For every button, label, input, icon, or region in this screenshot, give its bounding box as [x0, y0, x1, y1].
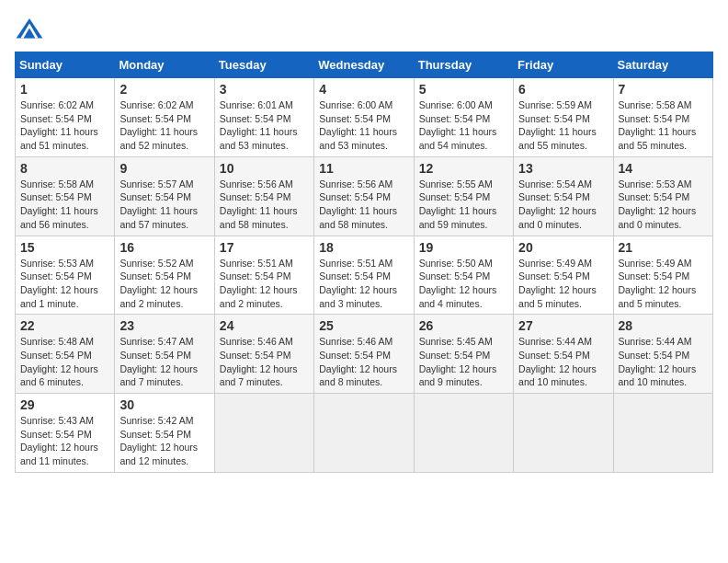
col-header-saturday: Saturday — [613, 52, 712, 78]
calendar-cell: 14Sunrise: 5:53 AMSunset: 5:54 PMDayligh… — [613, 156, 712, 236]
day-info: Sunrise: 5:44 AMSunset: 5:54 PMDaylight:… — [518, 335, 608, 389]
calendar-cell: 2Sunrise: 6:02 AMSunset: 5:54 PMDaylight… — [115, 78, 214, 157]
week-row: 29Sunrise: 5:43 AMSunset: 5:54 PMDayligh… — [16, 394, 713, 473]
day-info: Sunrise: 5:48 AMSunset: 5:54 PMDaylight:… — [20, 335, 109, 389]
calendar-cell: 5Sunrise: 6:00 AMSunset: 5:54 PMDaylight… — [414, 78, 513, 157]
day-info: Sunrise: 5:44 AMSunset: 5:54 PMDaylight:… — [619, 335, 708, 389]
calendar-cell: 15Sunrise: 5:53 AMSunset: 5:54 PMDayligh… — [16, 236, 115, 315]
day-info: Sunrise: 6:00 AMSunset: 5:54 PMDaylight:… — [319, 98, 408, 153]
calendar-table: SundayMondayTuesdayWednesdayThursdayFrid… — [15, 52, 713, 473]
calendar-cell: 28Sunrise: 5:44 AMSunset: 5:54 PMDayligh… — [613, 315, 712, 394]
week-row: 8Sunrise: 5:58 AMSunset: 5:54 PMDaylight… — [16, 156, 713, 236]
day-number: 24 — [220, 318, 309, 333]
day-info: Sunrise: 5:55 AMSunset: 5:54 PMDaylight:… — [419, 178, 508, 232]
day-number: 7 — [619, 82, 708, 97]
col-header-tuesday: Tuesday — [214, 52, 313, 78]
day-number: 14 — [619, 161, 708, 176]
day-number: 12 — [419, 161, 508, 176]
day-info: Sunrise: 5:58 AMSunset: 5:54 PMDaylight:… — [20, 178, 109, 232]
day-info: Sunrise: 5:49 AMSunset: 5:54 PMDaylight:… — [518, 257, 608, 311]
calendar-cell: 27Sunrise: 5:44 AMSunset: 5:54 PMDayligh… — [514, 315, 613, 394]
day-info: Sunrise: 5:53 AMSunset: 5:54 PMDaylight:… — [20, 257, 109, 311]
calendar-cell: 19Sunrise: 5:50 AMSunset: 5:54 PMDayligh… — [414, 236, 513, 315]
day-info: Sunrise: 5:43 AMSunset: 5:54 PMDaylight:… — [20, 414, 109, 468]
header-row: SundayMondayTuesdayWednesdayThursdayFrid… — [16, 52, 713, 78]
calendar-cell: 4Sunrise: 6:00 AMSunset: 5:54 PMDaylight… — [314, 78, 414, 157]
col-header-friday: Friday — [514, 52, 613, 78]
day-number: 28 — [619, 318, 708, 333]
day-number: 2 — [119, 82, 209, 97]
col-header-thursday: Thursday — [414, 52, 513, 78]
day-number: 21 — [619, 240, 708, 255]
calendar-cell: 29Sunrise: 5:43 AMSunset: 5:54 PMDayligh… — [16, 394, 115, 473]
calendar-cell — [514, 394, 613, 473]
day-number: 29 — [20, 397, 109, 412]
day-number: 26 — [419, 318, 508, 333]
day-number: 1 — [20, 82, 109, 97]
day-number: 8 — [20, 161, 109, 176]
day-number: 25 — [319, 318, 408, 333]
calendar-cell: 21Sunrise: 5:49 AMSunset: 5:54 PMDayligh… — [613, 236, 712, 315]
calendar-cell: 20Sunrise: 5:49 AMSunset: 5:54 PMDayligh… — [514, 236, 613, 315]
day-info: Sunrise: 5:54 AMSunset: 5:54 PMDaylight:… — [518, 178, 608, 232]
calendar-cell: 11Sunrise: 5:56 AMSunset: 5:54 PMDayligh… — [314, 156, 414, 236]
calendar-cell: 9Sunrise: 5:57 AMSunset: 5:54 PMDaylight… — [115, 156, 214, 236]
day-number: 17 — [220, 240, 309, 255]
calendar-cell: 13Sunrise: 5:54 AMSunset: 5:54 PMDayligh… — [514, 156, 613, 236]
day-number: 4 — [319, 82, 408, 97]
day-number: 19 — [419, 240, 508, 255]
calendar-cell: 3Sunrise: 6:01 AMSunset: 5:54 PMDaylight… — [214, 78, 313, 157]
day-info: Sunrise: 6:02 AMSunset: 5:54 PMDaylight:… — [20, 98, 109, 153]
calendar-cell: 17Sunrise: 5:51 AMSunset: 5:54 PMDayligh… — [214, 236, 313, 315]
day-info: Sunrise: 5:51 AMSunset: 5:54 PMDaylight:… — [319, 257, 408, 311]
calendar-cell — [214, 394, 313, 473]
day-info: Sunrise: 5:52 AMSunset: 5:54 PMDaylight:… — [119, 257, 209, 311]
calendar-cell: 18Sunrise: 5:51 AMSunset: 5:54 PMDayligh… — [314, 236, 414, 315]
calendar-cell: 25Sunrise: 5:46 AMSunset: 5:54 PMDayligh… — [314, 315, 414, 394]
logo-icon — [15, 15, 44, 44]
week-row: 15Sunrise: 5:53 AMSunset: 5:54 PMDayligh… — [16, 236, 713, 315]
day-number: 15 — [20, 240, 109, 255]
calendar-cell: 30Sunrise: 5:42 AMSunset: 5:54 PMDayligh… — [115, 394, 214, 473]
week-row: 22Sunrise: 5:48 AMSunset: 5:54 PMDayligh… — [16, 315, 713, 394]
calendar-cell: 6Sunrise: 5:59 AMSunset: 5:54 PMDaylight… — [514, 78, 613, 157]
day-info: Sunrise: 5:51 AMSunset: 5:54 PMDaylight:… — [220, 257, 309, 311]
day-info: Sunrise: 5:57 AMSunset: 5:54 PMDaylight:… — [119, 178, 209, 232]
day-number: 18 — [319, 240, 408, 255]
day-number: 6 — [518, 82, 608, 97]
day-number: 16 — [119, 240, 209, 255]
logo — [15, 15, 48, 44]
col-header-monday: Monday — [115, 52, 214, 78]
day-info: Sunrise: 5:46 AMSunset: 5:54 PMDaylight:… — [319, 335, 408, 389]
page-header — [15, 15, 713, 44]
day-info: Sunrise: 5:56 AMSunset: 5:54 PMDaylight:… — [319, 178, 408, 232]
day-number: 10 — [220, 161, 309, 176]
day-number: 23 — [119, 318, 209, 333]
calendar-cell: 24Sunrise: 5:46 AMSunset: 5:54 PMDayligh… — [214, 315, 313, 394]
calendar-cell: 10Sunrise: 5:56 AMSunset: 5:54 PMDayligh… — [214, 156, 313, 236]
col-header-wednesday: Wednesday — [314, 52, 414, 78]
calendar-cell: 7Sunrise: 5:58 AMSunset: 5:54 PMDaylight… — [613, 78, 712, 157]
day-info: Sunrise: 5:50 AMSunset: 5:54 PMDaylight:… — [419, 257, 508, 311]
day-info: Sunrise: 5:56 AMSunset: 5:54 PMDaylight:… — [220, 178, 309, 232]
day-number: 20 — [518, 240, 608, 255]
day-number: 5 — [419, 82, 508, 97]
day-info: Sunrise: 5:53 AMSunset: 5:54 PMDaylight:… — [619, 178, 708, 232]
day-info: Sunrise: 6:00 AMSunset: 5:54 PMDaylight:… — [419, 98, 508, 153]
week-row: 1Sunrise: 6:02 AMSunset: 5:54 PMDaylight… — [16, 78, 713, 157]
day-number: 3 — [220, 82, 309, 97]
calendar-cell: 22Sunrise: 5:48 AMSunset: 5:54 PMDayligh… — [16, 315, 115, 394]
day-number: 9 — [119, 161, 209, 176]
calendar-cell: 23Sunrise: 5:47 AMSunset: 5:54 PMDayligh… — [115, 315, 214, 394]
calendar-cell: 8Sunrise: 5:58 AMSunset: 5:54 PMDaylight… — [16, 156, 115, 236]
day-number: 27 — [518, 318, 608, 333]
day-number: 11 — [319, 161, 408, 176]
day-number: 13 — [518, 161, 608, 176]
day-number: 22 — [20, 318, 109, 333]
calendar-cell: 1Sunrise: 6:02 AMSunset: 5:54 PMDaylight… — [16, 78, 115, 157]
day-info: Sunrise: 5:42 AMSunset: 5:54 PMDaylight:… — [119, 414, 209, 468]
calendar-cell — [613, 394, 712, 473]
calendar-cell: 16Sunrise: 5:52 AMSunset: 5:54 PMDayligh… — [115, 236, 214, 315]
day-info: Sunrise: 5:46 AMSunset: 5:54 PMDaylight:… — [220, 335, 309, 389]
day-info: Sunrise: 5:49 AMSunset: 5:54 PMDaylight:… — [619, 257, 708, 311]
